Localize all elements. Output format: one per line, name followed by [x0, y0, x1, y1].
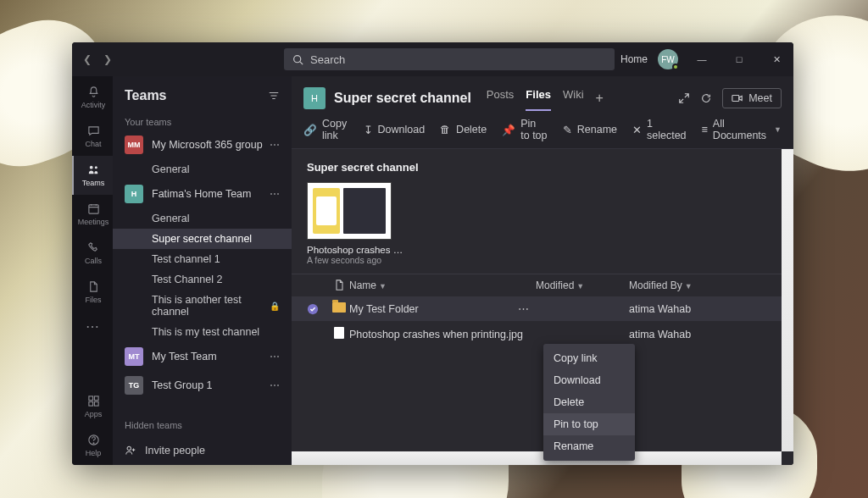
pin-icon: 🔒	[270, 302, 280, 311]
team-name: Fatima's Home Team	[152, 188, 251, 200]
rename-button[interactable]: ✎Rename	[563, 124, 617, 136]
channel-item[interactable]: Test Channel 2	[113, 269, 292, 290]
invite-icon	[125, 445, 136, 456]
clear-selection-button[interactable]: ✕1 selected	[632, 118, 687, 141]
close-icon: ✕	[632, 124, 642, 136]
file-type-icon[interactable]	[329, 279, 349, 291]
svg-point-0	[294, 55, 301, 62]
rail-meetings[interactable]: Meetings	[72, 195, 113, 234]
rail-teams[interactable]: Teams	[72, 156, 113, 195]
channel-item[interactable]: This is another test channel🔒	[113, 290, 292, 322]
col-modified-by[interactable]: Modified By▼	[629, 279, 731, 291]
refresh-icon[interactable]	[700, 92, 712, 104]
channel-item-active[interactable]: Super secret channel	[113, 229, 292, 249]
channel-title: Super secret channel	[334, 91, 471, 106]
ctx-download[interactable]: Download	[543, 369, 635, 391]
avatar[interactable]: FW	[658, 49, 678, 69]
team-name: Test Group 1	[152, 379, 213, 391]
horizontal-scrollbar[interactable]	[292, 451, 782, 465]
col-name[interactable]: Name▼	[349, 279, 536, 291]
channel-item[interactable]: General	[113, 159, 292, 180]
team-row[interactable]: MT My Test Team ⋯	[113, 342, 292, 371]
tab-posts[interactable]: Posts	[487, 85, 515, 111]
files-toolbar: 🔗Copy link ↧Download 🗑Delete 📌Pin to top…	[292, 111, 793, 149]
ctx-delete[interactable]: Delete	[543, 391, 635, 413]
file-name: My Test Folder	[349, 303, 419, 315]
file-row-selected[interactable]: My Test Folder⋯ atima Wahab	[292, 296, 782, 321]
team-row[interactable]: MM My Microsoft 365 group ⋯	[113, 130, 292, 159]
download-button[interactable]: ↧Download	[364, 124, 426, 136]
chevron-down-icon: ▼	[576, 282, 584, 290]
channel-item[interactable]: Test channel 1	[113, 249, 292, 269]
filter-icon[interactable]	[268, 90, 280, 102]
svg-line-1	[300, 61, 303, 64]
team-tile: MM	[125, 136, 143, 154]
team-more-icon[interactable]: ⋯	[270, 139, 280, 151]
rail-help[interactable]: Help	[72, 426, 113, 465]
chevron-down-icon: ▼	[774, 125, 782, 134]
trash-icon: 🗑	[440, 124, 451, 136]
rail-more-icon[interactable]: ⋯	[86, 312, 99, 341]
section-hidden-teams: Hidden teams	[113, 415, 292, 434]
close-button[interactable]: ✕	[763, 42, 790, 76]
link-icon: 🔗	[303, 124, 317, 136]
vertical-scrollbar[interactable]	[782, 149, 793, 451]
ctx-rename[interactable]: Rename	[543, 435, 635, 457]
delete-button[interactable]: 🗑Delete	[440, 124, 487, 136]
ctx-copy-link[interactable]: Copy link	[543, 347, 635, 369]
channel-header: H Super secret channel Posts Files Wiki …	[292, 76, 793, 111]
row-more-button[interactable]: ⋯	[518, 302, 529, 315]
channel-item[interactable]: This is my test channel	[113, 322, 292, 342]
minimize-button[interactable]: —	[688, 42, 715, 76]
search-input[interactable]: Search	[284, 48, 615, 70]
breadcrumb[interactable]: Super secret channel	[292, 149, 782, 182]
team-tile: TG	[125, 376, 143, 395]
copy-link-button[interactable]: 🔗Copy link	[303, 118, 348, 141]
pinned-card[interactable]: Photoshop crashes wh... A few seconds ag…	[307, 182, 409, 265]
team-more-icon[interactable]: ⋯	[270, 379, 280, 391]
tab-files[interactable]: Files	[526, 85, 551, 111]
nav-forward-icon[interactable]: ❯	[97, 53, 118, 65]
download-icon: ↧	[364, 124, 373, 136]
pin-to-top-button[interactable]: 📌Pin to top	[502, 118, 548, 141]
file-modified-by: atima Wahab	[629, 303, 731, 315]
team-more-icon[interactable]: ⋯	[270, 188, 280, 200]
rail-chat[interactable]: Chat	[72, 117, 113, 156]
tab-wiki[interactable]: Wiki	[563, 85, 584, 111]
join-create-team-button[interactable]: Join or create a team	[113, 462, 292, 465]
rail-files[interactable]: Files	[72, 273, 113, 312]
rail-calls[interactable]: Calls	[72, 234, 113, 273]
team-name: My Microsoft 365 group	[152, 139, 263, 151]
col-modified[interactable]: Modified▼	[536, 279, 629, 291]
team-tile: MT	[125, 347, 143, 366]
home-label[interactable]: Home	[620, 53, 648, 65]
team-tile: H	[125, 185, 143, 203]
all-documents-view[interactable]: ≡All Documents▼	[702, 118, 782, 141]
team-row[interactable]: H Fatima's Home Team ⋯	[113, 180, 292, 208]
invite-people-button[interactable]: Invite people	[113, 439, 292, 462]
svg-rect-9	[94, 396, 98, 401]
ctx-pin-to-top[interactable]: Pin to top	[543, 413, 635, 435]
expand-icon[interactable]	[678, 92, 690, 104]
row-checkbox[interactable]	[307, 303, 329, 315]
search-placeholder: Search	[310, 53, 345, 66]
team-row[interactable]: TG Test Group 1 ⋯	[113, 371, 292, 400]
nav-back-icon[interactable]: ❮	[77, 53, 97, 65]
rail-apps[interactable]: Apps	[72, 387, 113, 426]
team-name: My Test Team	[152, 351, 217, 362]
add-tab-button[interactable]: +	[596, 91, 604, 106]
file-row[interactable]: Photoshop crashes when printing.jpg atim…	[292, 321, 782, 347]
team-more-icon[interactable]: ⋯	[270, 351, 280, 362]
meet-button[interactable]: Meet	[722, 88, 782, 108]
maximize-button[interactable]: □	[726, 42, 753, 76]
chevron-down-icon: ▼	[379, 282, 387, 290]
rail-activity[interactable]: Activity	[72, 78, 113, 117]
section-your-teams: Your teams	[113, 112, 292, 130]
file-modified-by: atima Wahab	[629, 329, 731, 340]
pinned-sub: A few seconds ago	[307, 255, 409, 265]
help-icon	[87, 434, 100, 447]
folder-icon	[332, 302, 346, 313]
channel-item[interactable]: General	[113, 208, 292, 229]
files-icon	[87, 280, 100, 294]
svg-rect-23	[732, 95, 739, 101]
